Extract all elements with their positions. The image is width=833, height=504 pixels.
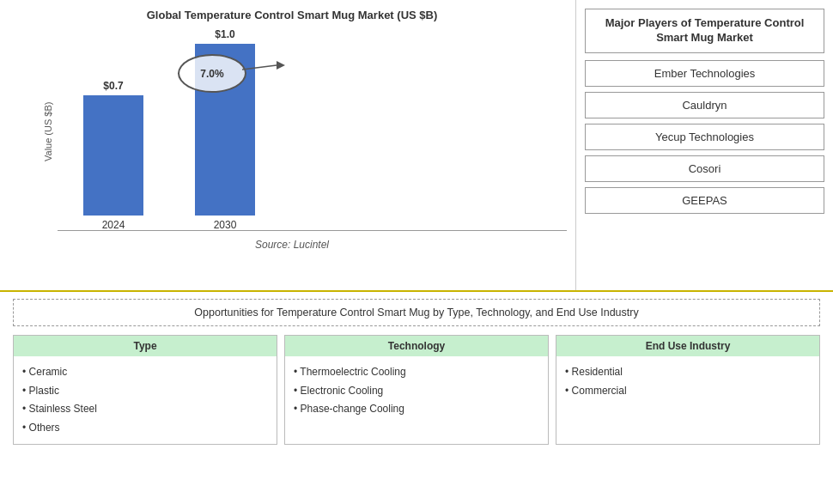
bottom-section: Opportunities for Temperature Control Sm…	[0, 292, 833, 504]
bar-2024	[83, 95, 143, 216]
svg-marker-1	[277, 61, 285, 70]
main-container: Global Temperature Control Smart Mug Mar…	[0, 0, 833, 504]
tech-item-thermoelectric: Thermoelectric Cooling	[294, 363, 539, 382]
player-yecup: Yecup Technologies	[585, 124, 824, 150]
tech-item-electronic: Electronic Cooling	[294, 382, 539, 401]
columns-container: Type Ceramic Plastic Stainless Steel Oth…	[13, 335, 820, 445]
opportunities-title: Opportunities for Temperature Control Sm…	[24, 307, 809, 319]
chart-area: Global Temperature Control Smart Mug Mar…	[0, 0, 575, 290]
chart-wrapper: Value (US $B) 7.0%	[43, 28, 567, 234]
player-geepas: GEEPAS	[585, 187, 824, 214]
bar-value-2030: $1.0	[215, 28, 234, 40]
svg-line-0	[242, 65, 277, 70]
top-section: Global Temperature Control Smart Mug Mar…	[0, 0, 833, 292]
player-cosori: Cosori	[585, 155, 824, 182]
tech-header: Technology	[285, 336, 548, 356]
end-use-header: End Use Industry	[556, 336, 819, 356]
right-panel: Major Players of Temperature Control Sma…	[575, 0, 833, 290]
bar-group-2024: $0.7 2024	[83, 80, 143, 231]
type-item-ceramic: Ceramic	[22, 363, 268, 382]
bar-value-2024: $0.7	[103, 80, 123, 92]
tech-items: Thermoelectric Cooling Electronic Coolin…	[285, 356, 548, 426]
cagr-ellipse: 7.0%	[178, 54, 246, 93]
major-players-title: Major Players of Temperature Control Sma…	[593, 16, 817, 46]
y-axis-label: Value (US $B)	[43, 28, 53, 234]
bar-label-2024: 2024	[102, 219, 125, 231]
player-cauldryn: Cauldryn	[585, 92, 824, 118]
type-item-others: Others	[22, 419, 268, 438]
cagr-arrow-svg	[242, 61, 285, 78]
type-item-plastic: Plastic	[22, 382, 268, 401]
chart-inner: 7.0% $0.7 2024	[58, 28, 567, 234]
bar-label-2030: 2030	[214, 219, 237, 231]
end-use-items: Residential Commercial	[556, 356, 819, 407]
bars-area: 7.0% $0.7 2024	[58, 28, 567, 252]
type-items: Ceramic Plastic Stainless Steel Others	[14, 356, 277, 444]
type-column: Type Ceramic Plastic Stainless Steel Oth…	[13, 335, 277, 445]
cagr-annotation: 7.0%	[178, 54, 298, 106]
opportunities-box: Opportunities for Temperature Control Sm…	[13, 299, 820, 326]
chart-title: Global Temperature Control Smart Mug Mar…	[17, 9, 567, 21]
end-use-commercial: Commercial	[565, 382, 811, 401]
type-header: Type	[14, 336, 277, 356]
end-use-residential: Residential	[565, 363, 811, 382]
player-ember: Ember Technologies	[585, 60, 824, 87]
end-use-column: End Use Industry Residential Commercial	[556, 335, 820, 445]
type-item-stainless: Stainless Steel	[22, 400, 268, 419]
technology-column: Technology Thermoelectric Cooling Electr…	[284, 335, 549, 445]
tech-item-phasechange: Phase-change Cooling	[294, 400, 539, 419]
major-players-box: Major Players of Temperature Control Sma…	[585, 9, 824, 53]
cagr-label: 7.0%	[200, 68, 223, 80]
